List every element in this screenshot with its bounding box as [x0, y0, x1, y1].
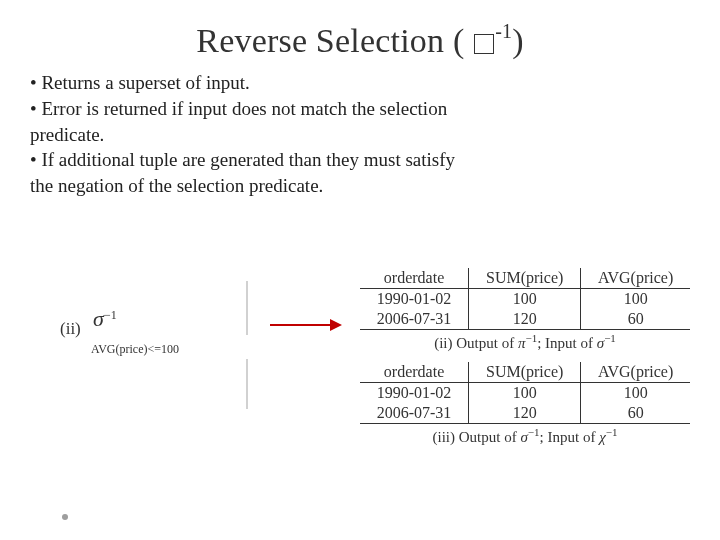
sigma-symbol: σ: [597, 335, 604, 351]
table-row: 2006-07-31 120 60: [360, 403, 690, 424]
tables-wrap: orderdate SUM(price) AVG(price) 1990-01-…: [360, 268, 690, 456]
cell: 60: [581, 403, 690, 424]
sigma-operator: σ−1 AVG(price)<=100: [93, 306, 181, 352]
title-text: Reverse Selection (: [196, 22, 464, 59]
th-orderdate: orderdate: [360, 268, 469, 289]
bullet-1: • Returns a superset of input.: [30, 70, 690, 96]
table-1: orderdate SUM(price) AVG(price) 1990-01-…: [360, 268, 690, 330]
table-row: 1990-01-02 100 100: [360, 383, 690, 404]
title-superscript: -1: [495, 20, 512, 42]
bullet-list: • Returns a superset of input. • Error i…: [30, 70, 690, 198]
bullet-3b: the negation of the selection predicate.: [30, 173, 690, 199]
cell: 120: [469, 309, 581, 330]
table-row: 1990-01-02 100 100: [360, 289, 690, 310]
th-avg-price: AVG(price): [581, 268, 690, 289]
sigma-exponent: −1: [104, 308, 117, 322]
figure-left-label: (ii) σ−1 AVG(price)<=100: [60, 306, 181, 352]
caption-2: (iii) Output of σ−1; Input of χ−1: [360, 426, 690, 446]
th-orderdate: orderdate: [360, 362, 469, 383]
slide: Reverse Selection ( -1) • Returns a supe…: [0, 0, 720, 540]
cell: 120: [469, 403, 581, 424]
sigma-exp: −1: [604, 332, 616, 344]
caption-1: (ii) Output of π−1; Input of σ−1: [360, 332, 690, 352]
sigma-subscript: AVG(price)<=100: [91, 342, 179, 356]
slide-title: Reverse Selection ( -1): [30, 22, 690, 60]
cell: 1990-01-02: [360, 383, 469, 404]
cell: 1990-01-02: [360, 289, 469, 310]
pi-exp: −1: [525, 332, 537, 344]
roman-numeral: (ii): [60, 319, 81, 339]
cell: 100: [469, 383, 581, 404]
caption-text: (ii) Output of: [434, 335, 518, 351]
th-avg-price: AVG(price): [581, 362, 690, 383]
bullet-2a: • Error is returned if input does not ma…: [30, 96, 690, 122]
vertical-bar-icon: [246, 359, 248, 409]
cell: 100: [581, 289, 690, 310]
cell: 100: [581, 383, 690, 404]
sigma-exp: −1: [528, 426, 540, 438]
th-sum-price: SUM(price): [469, 268, 581, 289]
chi-symbol: χ: [599, 429, 606, 445]
table-2: orderdate SUM(price) AVG(price) 1990-01-…: [360, 362, 690, 424]
sigma-symbol: σ: [93, 306, 104, 331]
bullet-3a: • If additional tuple are generated than…: [30, 147, 690, 173]
cell: 100: [469, 289, 581, 310]
caption-text: ; Input of: [540, 429, 600, 445]
symbol-placeholder-icon: [474, 34, 494, 54]
cell: 2006-07-31: [360, 309, 469, 330]
caption-text: ; Input of: [537, 335, 597, 351]
chi-exp: −1: [606, 426, 618, 438]
cell: 2006-07-31: [360, 403, 469, 424]
bullet-marker-icon: [62, 514, 68, 520]
vertical-bar-icon: [246, 281, 248, 335]
title-close: ): [512, 22, 524, 59]
caption-text: (iii) Output of: [433, 429, 521, 445]
table-row: 2006-07-31 120 60: [360, 309, 690, 330]
bullet-2b: predicate.: [30, 122, 690, 148]
arrow-right-icon: [270, 324, 340, 326]
cell: 60: [581, 309, 690, 330]
th-sum-price: SUM(price): [469, 362, 581, 383]
sigma-symbol: σ: [520, 429, 527, 445]
